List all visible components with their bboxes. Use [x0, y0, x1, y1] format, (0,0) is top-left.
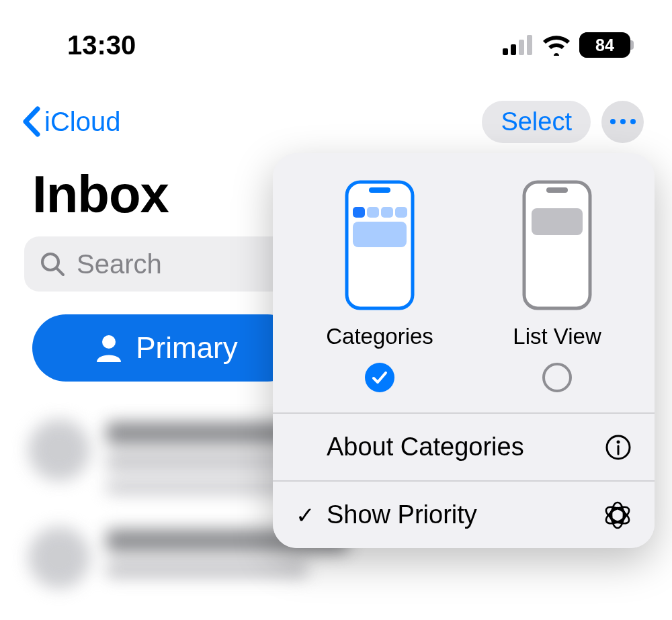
tab-primary-label: Primary — [136, 331, 238, 365]
svg-rect-15 — [546, 187, 568, 193]
svg-line-5 — [57, 269, 63, 275]
back-label: iCloud — [44, 107, 120, 137]
select-button[interactable]: Select — [482, 101, 591, 143]
view-option-label: List View — [513, 324, 601, 349]
svg-rect-8 — [369, 187, 390, 193]
svg-rect-0 — [503, 48, 508, 55]
view-option-list[interactable]: List View — [513, 180, 601, 392]
svg-rect-10 — [367, 207, 379, 218]
status-indicators: 84 — [503, 32, 630, 58]
search-placeholder: Search — [77, 249, 162, 279]
info-icon — [605, 434, 632, 461]
wifi-icon — [542, 34, 571, 56]
svg-rect-14 — [524, 182, 590, 308]
view-option-label: Categories — [326, 324, 433, 349]
view-option-categories[interactable]: Categories — [326, 180, 433, 392]
search-icon — [39, 251, 66, 277]
intelligence-icon — [603, 501, 632, 529]
svg-rect-9 — [353, 207, 365, 218]
battery-icon: 84 — [579, 32, 630, 58]
tab-primary[interactable]: Primary — [32, 314, 301, 382]
back-button[interactable]: iCloud — [22, 106, 120, 137]
svg-rect-1 — [511, 44, 516, 55]
svg-point-6 — [102, 335, 116, 349]
menu-item-label: Show Priority — [327, 500, 593, 529]
status-time: 13:30 — [67, 30, 136, 60]
chevron-left-icon — [22, 106, 42, 137]
battery-level: 84 — [595, 36, 614, 55]
listview-preview-icon — [522, 180, 592, 310]
svg-rect-11 — [381, 207, 393, 218]
menu-item-show-priority[interactable]: ✓ Show Priority — [273, 482, 655, 548]
menu-item-about-categories[interactable]: About Categories — [273, 414, 655, 480]
page-title: Inbox — [32, 164, 169, 225]
status-bar: 13:30 84 — [0, 28, 672, 62]
svg-point-22 — [612, 502, 624, 528]
svg-rect-16 — [532, 208, 583, 235]
more-icon — [610, 119, 616, 124]
radio-unselected[interactable] — [542, 363, 572, 392]
menu-item-label: About Categories — [327, 433, 594, 461]
checkmark-icon — [372, 370, 388, 385]
nav-bar: iCloud Select — [0, 98, 672, 145]
view-options-popover: Categories List View About Categories — [273, 153, 655, 548]
select-label: Select — [501, 107, 572, 136]
svg-rect-13 — [353, 222, 407, 247]
radio-selected[interactable] — [365, 363, 394, 392]
more-button[interactable] — [601, 101, 644, 143]
svg-point-4 — [42, 254, 58, 270]
cellular-icon — [503, 35, 534, 55]
svg-point-18 — [617, 440, 620, 443]
person-icon — [95, 334, 122, 362]
svg-rect-12 — [395, 207, 407, 218]
checkmark-icon: ✓ — [296, 502, 316, 529]
svg-rect-2 — [519, 40, 524, 55]
svg-rect-3 — [527, 35, 532, 55]
categories-preview-icon — [345, 180, 415, 310]
